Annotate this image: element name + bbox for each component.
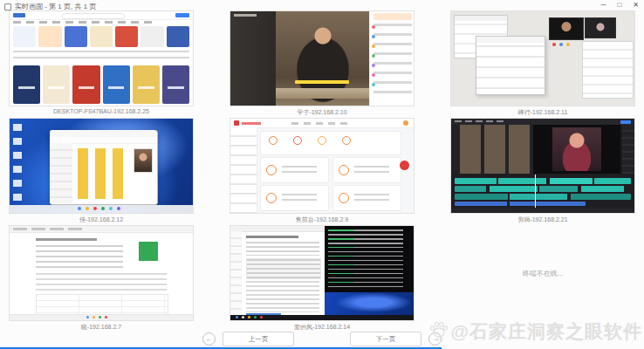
screen-cell: 剪辑-192.168.2.21	[450, 118, 635, 225]
prev-page-button[interactable]: 上一页	[223, 332, 294, 346]
mock-heading	[36, 238, 97, 241]
mock-avatar-dots	[372, 25, 375, 29]
mock-taskbar	[10, 314, 193, 320]
mock-export-button	[620, 120, 631, 124]
mock-window	[476, 36, 545, 95]
screen-label: 剪辑-192.168.2.21	[450, 214, 635, 226]
mock-taskbar-icons	[236, 316, 238, 318]
mock-button	[175, 13, 189, 17]
mock-red-logo	[234, 120, 239, 126]
mock-summary-card	[260, 131, 401, 155]
mock-desk	[276, 88, 370, 99]
paw-icon: du	[428, 321, 449, 342]
mock-avatar	[403, 120, 408, 126]
mock-table	[36, 294, 168, 315]
mock-video-tile	[585, 17, 616, 38]
paw-logo-text: du	[435, 337, 443, 342]
mock-desktop-icons	[13, 124, 22, 204]
screen-cell-offline: 终端不在线...	[450, 225, 635, 332]
screen-thumbnail-article-terminal[interactable]	[230, 225, 414, 321]
screen-thumbnail-windows-explorer[interactable]	[9, 118, 194, 214]
screen-thumbnail-document-page[interactable]	[9, 225, 194, 321]
screen-thumbnail-video-editor[interactable]	[450, 118, 635, 214]
mock-taskbar-icons	[86, 316, 89, 318]
offline-placeholder: 终端不在线...	[450, 225, 635, 321]
screen-cell: 佳-192.168.2.12	[9, 118, 194, 225]
screen-cell: 售前台-192.168.2.9	[230, 118, 414, 225]
next-page-button[interactable]: 下一页	[350, 332, 421, 346]
mock-card	[13, 26, 36, 47]
screen-cell: 晓-192.168.2.7	[9, 225, 194, 332]
mock-card	[260, 157, 329, 183]
screen-label: 峰行-192.168.2.11	[450, 106, 635, 119]
mock-poster	[133, 65, 160, 104]
mock-taskbar	[10, 205, 193, 213]
mock-window-sidebar	[50, 143, 72, 203]
mock-card	[38, 26, 61, 47]
mock-text-block	[36, 245, 123, 268]
mock-video-tile	[549, 17, 584, 40]
mock-red-badge	[400, 161, 409, 170]
mock-circle-icon	[318, 136, 326, 145]
mock-menu-text	[455, 120, 507, 122]
mock-poster	[72, 65, 99, 104]
mock-address-bar	[230, 226, 325, 232]
screen-thumbnail-multiwindow-desktop[interactable]	[450, 10, 635, 106]
screen-thumbnail-admin-dashboard[interactable]	[230, 118, 414, 214]
mock-tabs	[13, 228, 83, 230]
mock-taskbar	[230, 315, 414, 320]
mock-mini-sidebar	[230, 231, 242, 315]
mock-card	[260, 185, 329, 211]
mock-chat-rows	[373, 24, 412, 100]
mock-properties-panel	[622, 125, 634, 174]
mock-code-block	[246, 258, 321, 279]
mock-circle-icon	[269, 136, 277, 145]
minimize-button[interactable]: ─	[601, 1, 606, 10]
mock-card	[332, 185, 401, 211]
mock-icon-dots	[552, 43, 556, 46]
mock-terminal-green-lines	[328, 229, 354, 287]
prev-arrow-icon[interactable]: ←	[202, 332, 216, 346]
screen-label: DESKTOP-FS47BAU-192.168.2.25	[9, 106, 194, 119]
mock-green-image	[139, 242, 158, 261]
mock-text-block	[36, 273, 167, 291]
mock-statusbar	[451, 208, 634, 213]
mock-playhead	[535, 174, 536, 209]
mock-searchbox	[62, 13, 125, 19]
mock-folder-grid	[78, 148, 130, 199]
mock-blur-edge	[230, 11, 279, 106]
mock-subtitle-bar	[295, 80, 349, 84]
mock-overlay-text	[234, 14, 257, 17]
mock-card	[332, 157, 401, 183]
maximize-button[interactable]: □	[617, 1, 621, 10]
mock-circle-icon	[293, 136, 302, 145]
mock-circle-icon	[342, 136, 351, 145]
mock-article-text	[246, 242, 319, 256]
mock-media-bin	[460, 125, 533, 174]
screen-thumbnail-design-website[interactable]	[9, 10, 194, 106]
window-controls: ─ □ ✕	[601, 1, 639, 10]
mock-tool-strip	[451, 125, 460, 174]
mock-timeline-track	[455, 202, 586, 206]
screen-thumbnail-live-video[interactable]	[230, 10, 414, 106]
mock-blue-wallpaper	[325, 292, 414, 315]
screen-label: 佳-192.168.2.12	[9, 214, 194, 226]
screen-cell: 峰行-192.168.2.11	[450, 10, 635, 118]
screen-grid: DESKTOP-FS47BAU-192.168.2.25 学子-192.168.…	[9, 10, 635, 332]
mock-logo	[13, 13, 25, 17]
close-button[interactable]: ✕	[633, 1, 639, 10]
watermark: du @石家庄洞察之眼软件	[428, 319, 642, 344]
mock-side-panel	[582, 41, 634, 99]
mock-timeline-track	[455, 178, 631, 184]
mock-article-heading	[246, 236, 298, 238]
watermark-text: @石家庄洞察之眼软件	[451, 319, 642, 344]
screen-cell: 爱的风-192.168.2.14	[230, 225, 414, 332]
screen-label: 售前台-192.168.2.9	[230, 214, 414, 226]
screen-cell: 学子-192.168.2.10	[230, 10, 414, 118]
mock-sidebar	[230, 127, 257, 213]
mock-card	[140, 26, 163, 47]
screen-cell: DESKTOP-FS47BAU-192.168.2.25	[9, 10, 194, 118]
mock-timeline-track	[455, 194, 631, 200]
mock-poster	[103, 65, 130, 104]
mock-category-links	[13, 51, 189, 63]
